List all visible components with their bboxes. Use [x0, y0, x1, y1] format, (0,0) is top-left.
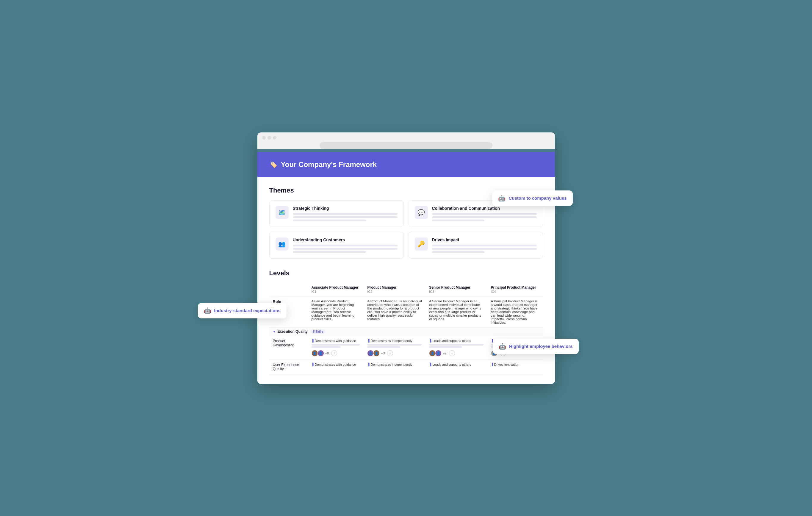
avatar: 👤: [317, 350, 324, 356]
bar-chart-icon: ▐: [429, 363, 431, 366]
skill-level-ux-ic2-label: ▐ Demonstrates independently: [367, 363, 422, 366]
skill-group-row[interactable]: ▼ Execution Quality 5 Skills: [269, 327, 543, 336]
skill-level-text-ic3: Leads and supports others: [432, 339, 471, 343]
add-avatar-btn-ic3[interactable]: +: [449, 350, 455, 356]
theme-lines-impact: [432, 245, 537, 253]
browser-address-bar[interactable]: [320, 142, 492, 149]
col-ic4-sub: IC4: [491, 290, 496, 293]
skill-level-ux-ic1-label: ▐ Demonstrates with guidance: [312, 363, 360, 366]
skill-level-ux-ic4-text: Drives innovation: [494, 363, 519, 366]
dot-yellow: [267, 136, 271, 140]
skill-level-label-ic2: ▐ Demonstrates independently: [367, 339, 422, 343]
role-desc-ic1: As an Associate Product Manager, you are…: [308, 296, 364, 327]
skill-level-ux-ic3-label: ▐ Leads and supports others: [429, 363, 484, 366]
theme-name-strategic: Strategic Thinking: [293, 206, 398, 211]
tooltip-custom-emoji: 🤖: [498, 195, 505, 202]
bar-chart-icon: ▐: [491, 363, 493, 366]
col-ic3-title: Senior Product Manager: [429, 285, 470, 290]
levels-title: Levels: [269, 269, 543, 277]
skill-group-cell[interactable]: ▼ Execution Quality 5 Skills: [269, 327, 543, 336]
skill-line: [367, 346, 400, 348]
bar-chart-icon: ▐: [367, 363, 369, 366]
skill-line: [312, 344, 360, 345]
avatar-count-ic3: +2: [443, 351, 446, 355]
theme-card-understanding-customers[interactable]: 👥 Understanding Customers: [269, 232, 404, 259]
skill-line: [429, 346, 462, 348]
theme-line: [432, 245, 537, 247]
theme-line: [432, 216, 537, 218]
levels-header-row: Associate Product Manager IC1 Product Ma…: [269, 283, 543, 296]
avatar: 👤: [373, 350, 380, 356]
theme-info-impact: Drives Impact: [432, 237, 537, 253]
col-header-ic2: Product Manager IC2: [364, 283, 426, 296]
skill-row-ux-quality: User Experience Quality ▐ Demonstrates w…: [269, 360, 543, 374]
theme-line: [432, 220, 485, 221]
skill-line: [367, 344, 422, 345]
dot-red: [262, 136, 266, 140]
tooltip-highlight-emoji: 🤖: [499, 343, 506, 350]
skill-level-ic3-product-dev: ▐ Leads and supports others 👤 👤 +2 +: [426, 336, 487, 360]
theme-line: [293, 213, 398, 215]
col-ic1-title: Associate Product Manager: [312, 285, 358, 290]
avatar: 👤: [367, 350, 374, 356]
theme-lines-customers: [293, 245, 398, 253]
col-ic3-sub: IC3: [429, 290, 434, 293]
skill-name-cell-product-dev: Product Development: [269, 336, 308, 360]
skill-group-count: 5 Skills: [311, 329, 325, 334]
skill-level-label-ic3: ▐ Leads and supports others: [429, 339, 484, 343]
tooltip-highlight-text: Highlight employee behaviors: [509, 344, 573, 349]
skill-level-ic1-ux: ▐ Demonstrates with guidance: [308, 360, 364, 374]
collaboration-icon: 💬: [417, 209, 425, 216]
theme-icon-wrap-collaboration: 💬: [415, 206, 428, 219]
skill-name-ux: User Experience Quality: [273, 363, 299, 371]
skill-line: [312, 346, 341, 348]
col-header-ic3: Senior Product Manager IC3: [426, 283, 487, 296]
browser-dots: [262, 136, 550, 140]
tooltip-highlight: 🤖 Highlight employee behaviors: [493, 339, 578, 354]
skill-level-text-ic1: Demonstrates with guidance: [315, 339, 356, 343]
skill-level-label-ic1: ▐ Demonstrates with guidance: [312, 339, 360, 343]
bar-chart-icon: ▐: [312, 363, 314, 366]
header-icon: 🏷️: [269, 161, 277, 168]
skill-level-ic3-ux: ▐ Leads and supports others: [426, 360, 487, 374]
skill-level-ic2-product-dev: ▐ Demonstrates independently 👤 👤 +3 +: [364, 336, 426, 360]
col-ic2-title: Product Manager: [367, 285, 396, 290]
tooltip-industry: 🤖 Industry-standard expectations: [198, 303, 287, 318]
avatar-count-ic1: +8: [325, 351, 329, 355]
drives-impact-icon: 🔑: [417, 240, 425, 248]
skill-level-ic1-product-dev: ▐ Demonstrates with guidance 👤 👤 +8 +: [308, 336, 364, 360]
app-header: 🏷️ Your Company's Framework: [257, 152, 555, 177]
theme-card-drives-impact[interactable]: 🔑 Drives Impact: [409, 232, 543, 259]
skill-level-ux-ic1-text: Demonstrates with guidance: [315, 363, 356, 366]
theme-line: [432, 248, 537, 250]
theme-info-customers: Understanding Customers: [293, 237, 398, 253]
col-ic1-sub: IC1: [312, 290, 317, 293]
skill-name-product-dev: Product Development: [273, 339, 294, 347]
skill-level-ic2-ux: ▐ Demonstrates independently: [364, 360, 426, 374]
add-avatar-btn-ic2[interactable]: +: [387, 350, 393, 356]
col-ic2-sub: IC2: [367, 290, 372, 293]
theme-line: [432, 213, 537, 215]
col-ic4-title: Principal Product Manager: [491, 285, 536, 290]
tooltip-industry-emoji: 🤖: [204, 307, 211, 314]
theme-line: [293, 220, 366, 221]
theme-line: [293, 245, 398, 247]
bar-chart-icon: ▐: [367, 339, 369, 342]
chevron-down-icon: ▼: [273, 330, 276, 333]
theme-name-customers: Understanding Customers: [293, 237, 398, 242]
theme-name-impact: Drives Impact: [432, 237, 537, 242]
bar-chart-icon: ▐: [312, 339, 314, 342]
avatar: 👤: [429, 350, 436, 356]
add-avatar-btn-ic1[interactable]: +: [331, 350, 337, 356]
col-header-ic4: Principal Product Manager IC4: [487, 283, 543, 296]
role-row: Role As an Associate Product Manager, yo…: [269, 296, 543, 327]
customers-icon: 👥: [278, 240, 286, 248]
skill-level-ic4-ux: ▐ Drives innovation: [487, 360, 543, 374]
theme-name-collaboration: Collaboration and Communication: [432, 206, 537, 211]
theme-line: [432, 251, 485, 253]
browser-chrome: [257, 133, 555, 149]
theme-lines-collaboration: [432, 213, 537, 221]
theme-card-strategic-thinking[interactable]: 🗺️ Strategic Thinking: [269, 200, 404, 227]
col-header-ic1: Associate Product Manager IC1: [308, 283, 364, 296]
skill-level-ux-ic2-text: Demonstrates independently: [371, 363, 412, 366]
